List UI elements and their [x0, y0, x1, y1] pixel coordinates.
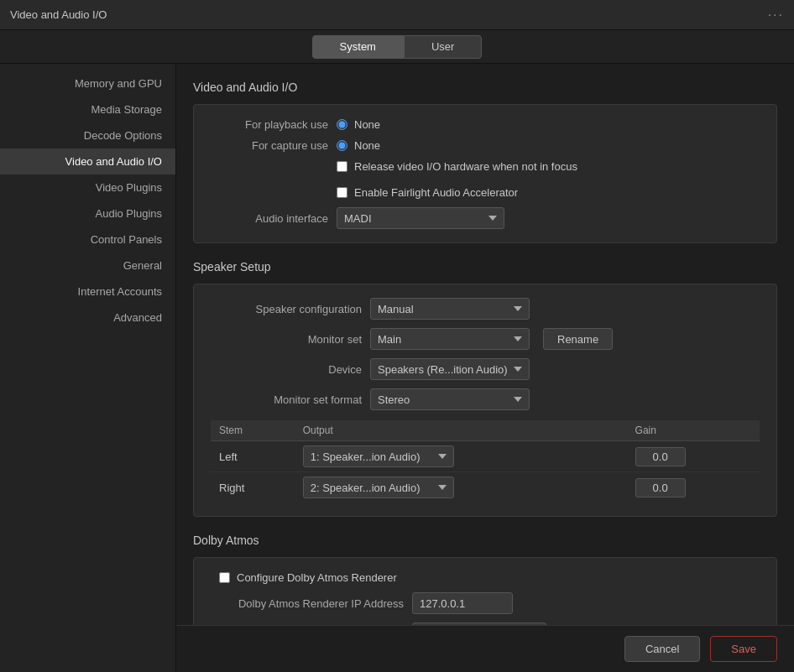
speaker-setup-title: Speaker Setup [193, 260, 777, 273]
window-title: Video and Audio I/O [10, 8, 107, 21]
cancel-button[interactable]: Cancel [624, 636, 700, 662]
capture-radio-group: None [337, 139, 380, 152]
sidebar-item-media-storage[interactable]: Media Storage [0, 96, 175, 122]
col-stem: Stem [211, 420, 295, 441]
monitor-set-row: Monitor set Main Alt1 Alt2 Rename [211, 328, 760, 350]
tab-user[interactable]: User [404, 35, 482, 59]
ip-address-label: Dolby Atmos Renderer IP Address [211, 597, 404, 610]
speaker-setup-panel: Speaker configuration Manual Stereo 5.1 … [193, 284, 777, 517]
footer: Cancel Save [176, 625, 794, 672]
sidebar-item-video-plugins[interactable]: Video Plugins [0, 175, 175, 201]
ip-address-row: Dolby Atmos Renderer IP Address [211, 592, 760, 614]
sidebar-item-decode-options[interactable]: Decode Options [0, 122, 175, 148]
monitor-format-select[interactable]: Stereo 5.1 7.1 [370, 388, 530, 410]
device-row: Device Speakers (Re...ition Audio) [211, 358, 760, 380]
configure-dolby-label: Configure Dolby Atmos Renderer [237, 571, 397, 584]
playback-radio-group: None [337, 118, 380, 131]
tab-system[interactable]: System [312, 35, 404, 59]
enable-fairlight-row: Enable Fairlight Audio Accelerator [337, 186, 518, 199]
output-left: 1: Speaker...ion Audio) [295, 441, 627, 472]
monitor-set-select[interactable]: Main Alt1 Alt2 [370, 328, 530, 350]
release-hardware-label: Release video I/O hardware when not in f… [354, 160, 577, 173]
capture-label: For capture use [211, 139, 328, 152]
audio-interface-label: Audio interface [211, 212, 328, 225]
playback-label: For playback use [211, 118, 328, 131]
device-label: Device [211, 363, 362, 376]
sidebar-item-memory-gpu[interactable]: Memory and GPU [0, 70, 175, 96]
audio-interface-select[interactable]: MADI Core Audio None [337, 207, 504, 229]
configure-dolby-checkbox-row: Configure Dolby Atmos Renderer [219, 571, 397, 584]
playback-row: For playback use None [211, 118, 760, 131]
table-row: Right 2: Speaker...ion Audio) [211, 472, 760, 503]
ip-address-input[interactable] [412, 592, 513, 614]
sidebar-item-general[interactable]: General [0, 253, 175, 279]
stem-right: Right [211, 472, 295, 503]
stem-table: Stem Output Gain Left 1: Speaker...ion A… [211, 420, 760, 503]
capture-value: None [354, 139, 380, 152]
output-right: 2: Speaker...ion Audio) [295, 472, 627, 503]
col-gain: Gain [627, 420, 760, 441]
capture-row: For capture use None [211, 139, 760, 152]
enable-fairlight-checkbox[interactable] [337, 187, 347, 198]
output-right-select[interactable]: 2: Speaker...ion Audio) [303, 477, 454, 498]
device-select[interactable]: Speakers (Re...ition Audio) [370, 358, 530, 380]
col-output: Output [295, 420, 627, 441]
tab-bar: System User [0, 30, 794, 64]
save-button[interactable]: Save [710, 636, 777, 662]
table-row: Left 1: Speaker...ion Audio) [211, 441, 760, 472]
enable-fairlight-label: Enable Fairlight Audio Accelerator [354, 186, 518, 199]
playback-value: None [354, 118, 380, 131]
monitor-format-label: Monitor set format [211, 393, 362, 406]
configure-dolby-row: Configure Dolby Atmos Renderer [211, 571, 760, 584]
checkboxes-container: Release video I/O hardware when not in f… [337, 160, 760, 199]
monitor-set-label: Monitor set [211, 333, 362, 346]
title-bar: Video and Audio I/O ··· [0, 0, 794, 30]
content-area: Video and Audio I/O For playback use Non… [176, 64, 794, 672]
dolby-atmos-title: Dolby Atmos [193, 534, 777, 547]
main-layout: Memory and GPU Media Storage Decode Opti… [0, 64, 794, 672]
speaker-config-select[interactable]: Manual Stereo 5.1 7.1 [370, 298, 530, 320]
gain-right-input[interactable] [635, 478, 686, 497]
rename-button[interactable]: Rename [543, 328, 613, 350]
speaker-config-row: Speaker configuration Manual Stereo 5.1 … [211, 298, 760, 320]
gain-left [627, 441, 760, 472]
audio-interface-row: Audio interface MADI Core Audio None [211, 207, 760, 229]
configure-dolby-checkbox[interactable] [219, 572, 230, 583]
output-left-select[interactable]: 1: Speaker...ion Audio) [303, 445, 454, 467]
sidebar: Memory and GPU Media Storage Decode Opti… [0, 64, 176, 672]
playback-radio[interactable] [337, 119, 347, 130]
video-audio-io-panel: For playback use None For capture use No… [193, 104, 777, 243]
sidebar-item-control-panels[interactable]: Control Panels [0, 227, 175, 253]
video-audio-io-title: Video and Audio I/O [193, 81, 777, 94]
gain-right [627, 472, 760, 503]
capture-radio[interactable] [337, 140, 347, 151]
release-hardware-row: Release video I/O hardware when not in f… [337, 160, 577, 173]
sidebar-item-advanced[interactable]: Advanced [0, 305, 175, 331]
stem-left: Left [211, 441, 295, 472]
sidebar-item-internet-accounts[interactable]: Internet Accounts [0, 279, 175, 305]
release-hardware-checkbox[interactable] [337, 161, 347, 172]
gain-left-input[interactable] [635, 447, 686, 466]
sidebar-item-audio-plugins[interactable]: Audio Plugins [0, 201, 175, 227]
sidebar-item-video-audio-io[interactable]: Video and Audio I/O [0, 148, 175, 175]
window-menu-button[interactable]: ··· [768, 8, 784, 23]
monitor-format-row: Monitor set format Stereo 5.1 7.1 [211, 388, 760, 410]
speaker-config-label: Speaker configuration [211, 303, 362, 315]
